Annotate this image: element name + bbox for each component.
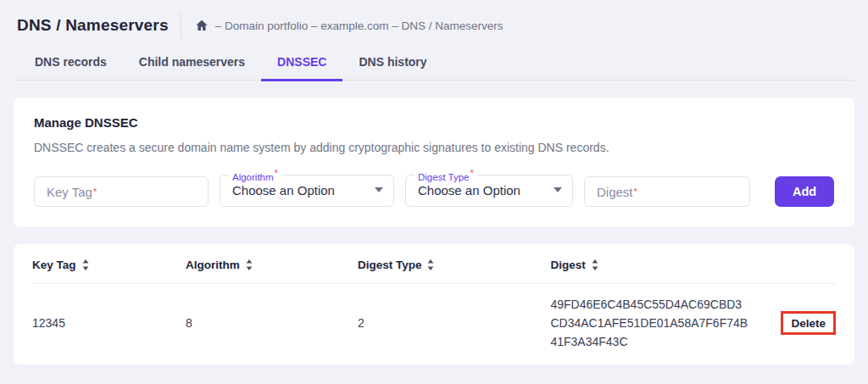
cell-key-tag: 12345 [32, 316, 186, 330]
table-header-row: Key Tag Algorithm Digest Type Digest [32, 244, 836, 284]
card-title: Manage DNSSEC [34, 115, 834, 130]
cell-digest-type: 2 [358, 316, 551, 330]
header-divider [181, 13, 181, 38]
table-row: 12345 8 2 49FD46E6C4B45C55D4AC69CBD3CD34… [32, 284, 836, 365]
dnssec-form: Key Tag* Algorithm* Choose an Option Dig… [34, 169, 834, 207]
key-tag-placeholder: Key Tag [47, 185, 92, 199]
digest-type-label: Digest Type* [415, 169, 477, 182]
delete-button[interactable]: Delete [791, 317, 826, 330]
tab-dns-history[interactable]: DNS history [342, 47, 442, 81]
add-button[interactable]: Add [775, 176, 834, 207]
sort-icon[interactable] [427, 259, 434, 270]
page-title: DNS / Nameservers [17, 16, 169, 35]
chevron-down-icon [375, 187, 383, 192]
page-header: DNS / Nameservers – Domain portfolio – e… [0, 0, 868, 45]
manage-dnssec-card: Manage DNSSEC DNSSEC creates a secure do… [14, 97, 854, 227]
tab-bar: DNS records Child nameservers DNSSEC DNS… [14, 47, 854, 81]
digest-type-selected-value: Choose an Option [418, 183, 520, 198]
tab-dnssec[interactable]: DNSSEC [261, 47, 342, 81]
algorithm-selected-value: Choose an Option [232, 183, 335, 198]
sort-icon[interactable] [246, 259, 253, 270]
required-asterisk: * [470, 168, 474, 178]
column-header-algorithm[interactable]: Algorithm [186, 259, 358, 271]
column-header-key-tag[interactable]: Key Tag [32, 259, 186, 271]
chevron-down-icon [554, 187, 562, 192]
breadcrumb: – Domain portfolio – example.com – DNS /… [195, 19, 504, 32]
home-icon[interactable] [195, 19, 209, 32]
sort-icon[interactable] [82, 259, 89, 270]
column-header-digest-type[interactable]: Digest Type [358, 259, 551, 271]
tab-dns-records[interactable]: DNS records [19, 47, 123, 81]
required-asterisk: * [275, 168, 278, 178]
delete-highlight-box: Delete [781, 311, 836, 335]
row-action: Delete [781, 311, 836, 335]
dnssec-table-card: Key Tag Algorithm Digest Type Digest 123… [14, 244, 854, 365]
tab-child-nameservers[interactable]: Child nameservers [123, 47, 261, 81]
required-asterisk: * [634, 187, 637, 197]
breadcrumb-path: – Domain portfolio – example.com – DNS /… [215, 19, 504, 32]
digest-type-select[interactable]: Digest Type* Choose an Option [405, 169, 573, 207]
digest-input[interactable]: Digest* [584, 176, 750, 207]
cell-digest: 49FD46E6C4B45C55D4AC69CBD3CD34AC1AFE51DE… [550, 295, 781, 351]
required-asterisk: * [93, 187, 97, 197]
sort-icon[interactable] [592, 259, 598, 270]
column-header-digest[interactable]: Digest [550, 259, 836, 271]
card-description: DNSSEC creates a secure domain name syst… [34, 141, 834, 154]
cell-algorithm: 8 [186, 316, 358, 330]
digest-placeholder: Digest [597, 185, 633, 199]
algorithm-label: Algorithm* [229, 169, 281, 182]
key-tag-input[interactable]: Key Tag* [34, 176, 209, 207]
algorithm-select[interactable]: Algorithm* Choose an Option [220, 169, 394, 207]
